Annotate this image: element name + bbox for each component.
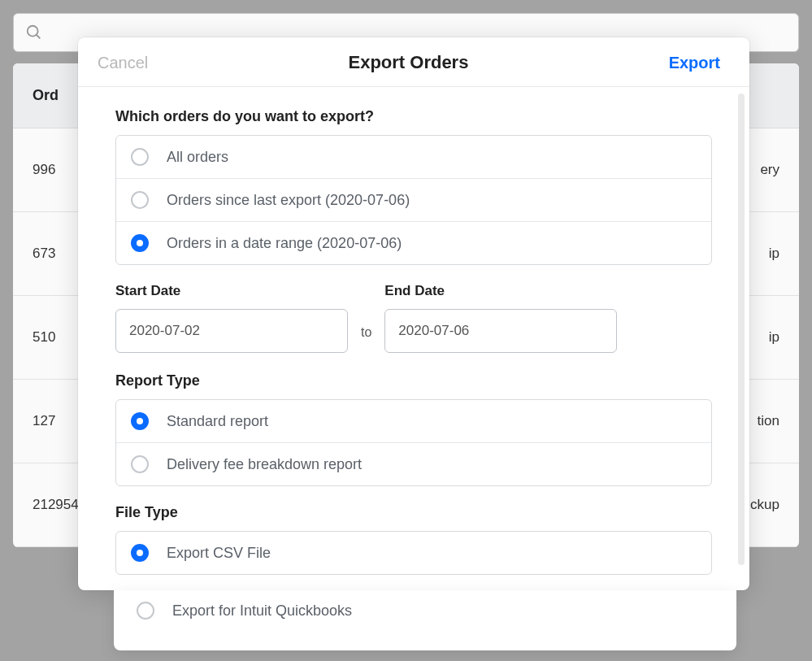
option-label: Standard report xyxy=(167,413,268,430)
radio-icon xyxy=(131,544,149,562)
start-date-input[interactable] xyxy=(115,309,348,353)
date-range-row: Start Date to End Date xyxy=(115,283,712,353)
order-scope-group: All orders Orders since last export (202… xyxy=(115,135,712,265)
file-type-label: File Type xyxy=(115,504,712,521)
svg-line-1 xyxy=(37,35,41,39)
option-export-quickbooks[interactable]: Export for Intuit Quickbooks xyxy=(114,590,736,631)
row-tail: ery xyxy=(760,162,779,178)
row-tail: tion xyxy=(758,413,779,429)
search-icon xyxy=(25,24,43,41)
option-since-last-export[interactable]: Orders since last export (2020-07-06) xyxy=(116,179,711,222)
option-date-range[interactable]: Orders in a date range (2020-07-06) xyxy=(116,222,711,264)
radio-icon xyxy=(137,602,154,620)
option-label: Export for Intuit Quickbooks xyxy=(172,602,352,620)
modal-header: Cancel Export Orders Export xyxy=(78,37,749,87)
radio-icon xyxy=(131,412,149,430)
option-export-csv[interactable]: Export CSV File xyxy=(116,532,711,574)
modal-title: Export Orders xyxy=(348,52,468,73)
option-label: Export CSV File xyxy=(167,545,271,562)
column-order: Ord xyxy=(33,87,59,104)
order-id: 510 xyxy=(33,329,55,346)
end-date-label: End Date xyxy=(384,283,617,299)
to-label: to xyxy=(361,325,371,353)
order-id: 996 xyxy=(33,162,55,178)
radio-icon xyxy=(131,148,149,166)
svg-point-0 xyxy=(28,26,38,37)
modal-overflow: Export for Intuit Quickbooks xyxy=(114,590,736,650)
option-standard-report[interactable]: Standard report xyxy=(116,400,711,443)
option-delivery-fee-breakdown[interactable]: Delivery fee breakdown report xyxy=(116,443,711,485)
modal-body: Which orders do you want to export? All … xyxy=(78,87,749,590)
order-id: 127 xyxy=(33,413,55,429)
radio-icon xyxy=(131,191,149,209)
option-label: All orders xyxy=(167,149,228,166)
which-orders-label: Which orders do you want to export? xyxy=(115,108,712,125)
start-date-label: Start Date xyxy=(115,283,348,299)
cancel-button[interactable]: Cancel xyxy=(98,54,148,72)
order-id: 673 xyxy=(33,246,55,262)
row-tail: ip xyxy=(769,329,779,346)
option-label: Orders in a date range (2020-07-06) xyxy=(167,235,402,252)
option-label: Delivery fee breakdown report xyxy=(167,456,362,473)
end-date-input[interactable] xyxy=(384,309,617,353)
row-tail: ip xyxy=(769,246,779,262)
option-label: Orders since last export (2020-07-06) xyxy=(167,192,410,209)
export-button[interactable]: Export xyxy=(669,54,720,72)
scrollbar[interactable] xyxy=(738,93,745,565)
radio-icon xyxy=(131,234,149,252)
option-all-orders[interactable]: All orders xyxy=(116,136,711,179)
report-type-label: Report Type xyxy=(115,372,712,389)
file-type-group: Export CSV File xyxy=(115,531,712,575)
report-type-group: Standard report Delivery fee breakdown r… xyxy=(115,399,712,486)
export-orders-modal: Cancel Export Orders Export Which orders… xyxy=(78,37,749,590)
radio-icon xyxy=(131,455,149,473)
